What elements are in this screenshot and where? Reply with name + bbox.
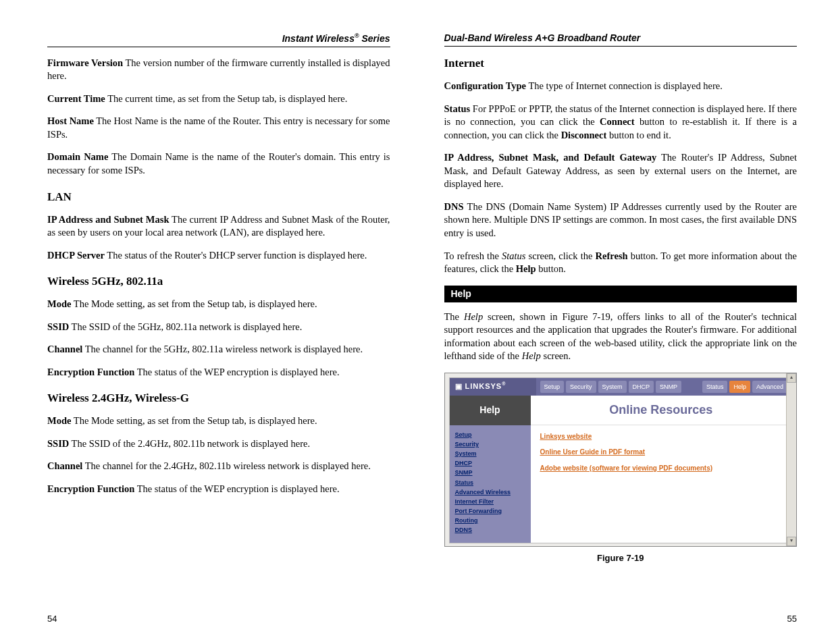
screenshot-content-row: SetupSecuritySystemDHCPSNMPStatusAdvance… <box>450 425 792 543</box>
screenshot-topbar: ▣ LINKSYS® SetupSecuritySystemDHCPSNMPSt… <box>450 378 792 396</box>
body-left: Firmware Version The version number of t… <box>47 57 390 607</box>
main-link[interactable]: Online User Guide in PDF format <box>540 448 783 457</box>
para-w5-ssid: SSID The SSID of the 5GHz, 802.11a netwo… <box>47 321 390 334</box>
help-help: Help <box>464 311 483 322</box>
label-w24-enc: Encryption Function <box>47 483 134 494</box>
brand-logo: ▣ LINKSYS® <box>450 378 536 396</box>
running-head-pre: Instant Wireless <box>282 33 355 44</box>
label-lan-ip: IP Address and Subnet Mask <box>47 214 169 225</box>
side-link-ddns[interactable]: DDNS <box>455 526 525 534</box>
side-link-port-forwarding[interactable]: Port Forwarding <box>455 507 525 515</box>
label-w5-enc: Encryption Function <box>47 367 134 377</box>
para-w5-chan: Channel The channel for the 5GHz, 802.11… <box>47 343 390 356</box>
scrollbar-vertical[interactable]: ▴ ▾ <box>786 373 796 546</box>
side-link-internet-filter[interactable]: Internet Filter <box>455 498 525 506</box>
text-w5-enc: The status of the WEP encryption is disp… <box>134 367 339 377</box>
text-time: The current time, as set from the Setup … <box>105 93 348 104</box>
label-status: Status <box>444 103 471 114</box>
screenshot-inner: ▣ LINKSYS® SetupSecuritySystemDHCPSNMPSt… <box>449 377 793 543</box>
para-w5-enc: Encryption Function The status of the WE… <box>47 366 390 379</box>
para-help: The Help screen, shown in Figure 7-19, o… <box>444 311 798 363</box>
refresh-t2: screen, click the <box>525 250 595 261</box>
text-lan-dhcp: The status of the Router's DHCP server f… <box>105 250 367 261</box>
screenshot-main-title: Online Resources <box>531 396 792 425</box>
heading-w24: Wireless 2.4GHz, Wireless-G <box>47 391 390 406</box>
refresh-btn: Refresh <box>596 250 628 261</box>
text-w24-chan: The channel for the 2.4GHz, 802.11b wire… <box>82 460 370 471</box>
screenshot-header-row: Help Online Resources <box>450 396 792 425</box>
text-cfg: The type of Internet connection is displ… <box>526 80 723 91</box>
help-bar: Help <box>444 286 798 302</box>
para-firmware: Firmware Version The version number of t… <box>47 57 390 83</box>
running-head-post: Series <box>359 33 390 44</box>
help-help2: Help <box>522 350 541 361</box>
tab-dhcp[interactable]: DHCP <box>629 381 654 393</box>
text-status-3: button to end it. <box>606 130 671 140</box>
screenshot-sidebar: SetupSecuritySystemDHCPSNMPStatusAdvance… <box>450 425 531 543</box>
side-link-setup[interactable]: Setup <box>455 431 525 439</box>
text-w24-mode: The Mode setting, as set from the Setup … <box>71 415 317 426</box>
text-w5-mode: The Mode setting, as set from the Setup … <box>71 298 317 309</box>
heading-w5: Wireless 5GHz, 802.11a <box>47 274 390 290</box>
text-w24-enc: The status of the WEP encryption is disp… <box>134 483 339 494</box>
main-link[interactable]: Adobe website (software for viewing PDF … <box>540 464 783 473</box>
side-link-security[interactable]: Security <box>455 440 525 448</box>
help-t1: The <box>444 311 464 322</box>
label-ip: IP Address, Subnet Mask, and Default Gat… <box>444 152 657 163</box>
tab-system[interactable]: System <box>598 381 627 393</box>
side-link-snmp[interactable]: SNMP <box>455 468 525 477</box>
page-left: Instant Wireless® Series Firmware Versio… <box>0 0 417 644</box>
refresh-t1: To refresh the <box>444 250 502 261</box>
para-status: Status For PPPoE or PPTP, the status of … <box>444 103 798 142</box>
para-w24-chan: Channel The channel for the 2.4GHz, 802.… <box>47 460 390 473</box>
text-w5-ssid: The SSID of the 5GHz, 802.11a network is… <box>69 321 302 332</box>
label-w24-chan: Channel <box>47 460 82 471</box>
label-domain: Domain Name <box>47 151 108 162</box>
para-w24-mode: Mode The Mode setting, as set from the S… <box>47 414 390 428</box>
text-host: The Host Name is the name of the Router.… <box>47 115 390 140</box>
refresh-t4: button. <box>536 263 566 274</box>
label-cfg: Configuration Type <box>444 80 527 91</box>
label-w5-ssid: SSID <box>47 321 69 332</box>
para-ip: IP Address, Subnet Mask, and Default Gat… <box>444 151 798 191</box>
scroll-up-icon[interactable]: ▴ <box>787 373 796 383</box>
para-lan-ip: IP Address and Subnet Mask The current I… <box>47 213 390 240</box>
para-w24-ssid: SSID The SSID of the 2.4GHz, 802.11b net… <box>47 437 390 451</box>
body-right: Internet Configuration Type The type of … <box>444 56 798 607</box>
side-link-dhcp[interactable]: DHCP <box>455 459 525 467</box>
side-link-advanced-wireless[interactable]: Advanced Wireless <box>455 488 525 496</box>
tab-advanced[interactable]: Advanced <box>752 381 787 393</box>
help-t3: screen. <box>541 350 571 361</box>
linksys-icon: ▣ <box>455 381 463 392</box>
help-t2: screen, shown in Figure 7-19, offers lin… <box>444 311 798 362</box>
main-link[interactable]: Linksys website <box>540 432 783 441</box>
page-right: Dual-Band Wireless A+G Broadband Router … <box>417 0 835 644</box>
para-w5-mode: Mode The Mode setting, as set from the S… <box>47 298 390 311</box>
scroll-down-icon[interactable]: ▾ <box>787 537 796 546</box>
para-cfg: Configuration Type The type of Internet … <box>444 80 798 93</box>
brand-text: LINKSYS <box>465 381 502 392</box>
text-dns: The DNS (Domain Name System) IP Addresse… <box>444 201 798 238</box>
para-host: Host Name The Host Name is the name of t… <box>47 115 390 141</box>
para-lan-dhcp: DHCP Server The status of the Router's D… <box>47 249 390 263</box>
text-w5-chan: The channel for the 5GHz, 802.11a wirele… <box>82 344 363 354</box>
para-refresh: To refresh the Status screen, click the … <box>444 250 798 276</box>
label-dns: DNS <box>444 201 464 212</box>
label-w24-ssid: SSID <box>47 438 69 449</box>
running-head-left: Instant Wireless® Series <box>47 32 390 47</box>
heading-lan: LAN <box>47 190 390 205</box>
running-head-right: Dual-Band Wireless A+G Broadband Router <box>444 32 798 47</box>
tab-status[interactable]: Status <box>702 381 728 393</box>
tab-snmp[interactable]: SNMP <box>656 381 681 393</box>
refresh-status: Status <box>502 250 525 261</box>
text-w24-ssid: The SSID of the 2.4GHz, 802.11b network … <box>69 438 310 449</box>
heading-internet: Internet <box>444 56 798 72</box>
tab-security[interactable]: Security <box>566 381 596 393</box>
side-link-routing[interactable]: Routing <box>455 516 525 525</box>
tab-help[interactable]: Help <box>729 381 750 393</box>
figure-caption: Figure 7-19 <box>444 552 798 564</box>
side-link-status[interactable]: Status <box>455 479 525 487</box>
tab-setup[interactable]: Setup <box>540 381 565 393</box>
side-link-system[interactable]: System <box>455 450 525 458</box>
label-time: Current Time <box>47 93 105 104</box>
